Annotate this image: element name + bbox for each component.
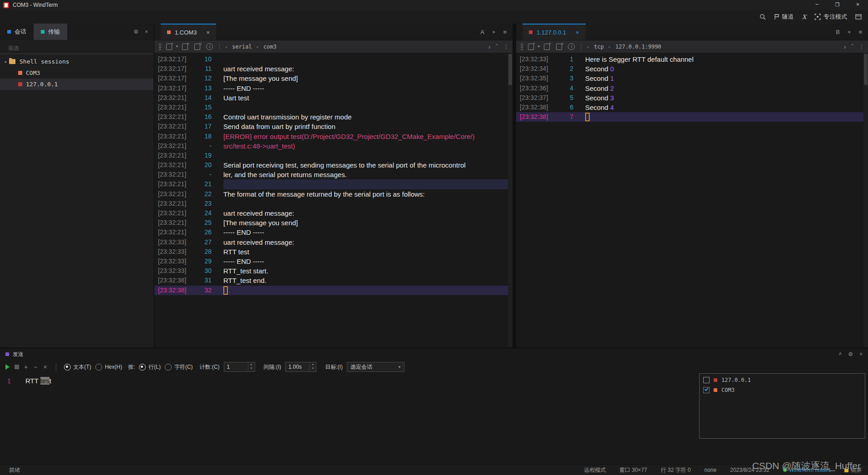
status-mode[interactable]: 远程模式 bbox=[584, 466, 606, 474]
status-window-size[interactable]: 窗口 30×77 bbox=[619, 466, 647, 474]
log-terminal-icon[interactable]: o bbox=[556, 44, 562, 50]
add-line-button[interactable]: + bbox=[23, 363, 29, 371]
terminal-line: [23:32:38] 7 bbox=[516, 112, 868, 122]
line-text: RTT_test start. bbox=[223, 266, 268, 276]
clear-button[interactable]: × bbox=[42, 363, 48, 371]
tab-menu-icon[interactable]: ≡ bbox=[858, 29, 862, 35]
timestamp: [23:32:21] bbox=[154, 189, 194, 199]
tree-item-127-0-0-1[interactable]: 127.0.0.1 bbox=[0, 79, 153, 90]
breadcrumb-protocol[interactable]: serial bbox=[232, 44, 252, 50]
interval-stepper[interactable]: 1.00s ▲▼ bbox=[285, 362, 316, 372]
more-icon[interactable]: ⋮ bbox=[503, 44, 509, 50]
right-scrollbar[interactable] bbox=[863, 53, 868, 347]
info-icon[interactable]: i bbox=[568, 43, 575, 50]
tree-item-com3[interactable]: COM3 bbox=[0, 67, 153, 79]
remove-line-button[interactable]: − bbox=[33, 363, 38, 371]
tree-folder-shell-sessions[interactable]: ▸ Shell sessions bbox=[0, 56, 153, 67]
new-terminal-icon[interactable]: + bbox=[528, 44, 534, 50]
editor-text[interactable]: RTT test bbox=[25, 377, 51, 385]
tab-menu-icon[interactable]: ≡ bbox=[503, 29, 507, 35]
focus-mode-menu[interactable]: 专注模式 bbox=[814, 13, 847, 21]
send-stop-button[interactable] bbox=[15, 365, 19, 369]
minimize-button[interactable]: − bbox=[807, 0, 827, 10]
close-terminal-icon[interactable]: × bbox=[182, 44, 188, 50]
run-icon[interactable]: › bbox=[488, 43, 491, 50]
terminal-output-com3[interactable]: [23:32:17] 10 [23:32:17] 11 uart receive… bbox=[154, 53, 513, 347]
line-number: 18 bbox=[194, 132, 212, 141]
tab-1-com3[interactable]: 1.COM3 × bbox=[161, 24, 216, 40]
session-label: 127.0.0.1 bbox=[721, 377, 751, 383]
filter-input[interactable]: 筛选 bbox=[0, 43, 153, 54]
line-number: 25 bbox=[194, 218, 212, 228]
breadcrumb-target[interactable]: com3 bbox=[263, 44, 276, 50]
timestamp: [23:32:38] bbox=[516, 103, 556, 112]
terminal-output-127-0-0-1[interactable]: [23:32:33] 1 Here is Segger RTT default … bbox=[516, 53, 868, 347]
spin-up-icon[interactable]: ▲ bbox=[248, 362, 255, 366]
tab-close-icon[interactable]: × bbox=[576, 29, 579, 36]
tab-transfer[interactable]: 传输 bbox=[34, 24, 67, 40]
new-terminal-icon[interactable]: + bbox=[166, 44, 172, 50]
tab-close-icon[interactable]: × bbox=[206, 29, 210, 36]
session-checkbox[interactable] bbox=[703, 377, 710, 383]
new-tab-icon[interactable]: + bbox=[492, 29, 496, 35]
status-encoding[interactable]: none bbox=[705, 467, 717, 473]
tab-1-127-0-0-1[interactable]: 1.127.0.0.1 × bbox=[523, 24, 586, 40]
left-scrollbar[interactable] bbox=[508, 53, 513, 347]
search-icon[interactable] bbox=[760, 14, 766, 20]
more-icon[interactable]: ⋮ bbox=[859, 44, 864, 50]
spin-down-icon[interactable]: ▼ bbox=[310, 366, 316, 371]
send-play-button[interactable] bbox=[5, 364, 10, 370]
terminal-pane-127-0-0-1: 1.127.0.0.1 × B + ≡ + ▼ × o i ▸ tcp ▸ 12… bbox=[516, 24, 868, 347]
radio-char[interactable]: 字符(C) bbox=[165, 363, 193, 371]
pane-splitter[interactable] bbox=[513, 24, 516, 347]
session-list-item[interactable]: 127.0.0.1 bbox=[700, 375, 865, 385]
drag-handle-icon[interactable] bbox=[159, 44, 161, 49]
run-icon[interactable]: › bbox=[844, 43, 846, 50]
settings-icon[interactable]: ⚙ bbox=[848, 351, 853, 357]
target-select[interactable]: 选定会话 ▼ bbox=[347, 362, 404, 372]
watermark: CSDN @随波逐流_Huffer bbox=[752, 460, 861, 472]
breadcrumb-protocol[interactable]: tcp bbox=[594, 44, 604, 50]
radio-selected-icon[interactable] bbox=[64, 364, 71, 371]
drag-handle-icon[interactable] bbox=[521, 44, 523, 49]
new-terminal-dropdown-icon[interactable]: ▼ bbox=[175, 45, 179, 49]
close-send-icon[interactable]: × bbox=[859, 351, 863, 357]
left-toolbar: + ▼ × o i ▸ serial ▸ com3 › ˇ ⋮ bbox=[154, 40, 513, 53]
collapse-icon[interactable]: ˄ bbox=[838, 351, 842, 357]
radio-line[interactable]: 行(L) bbox=[139, 363, 161, 371]
expand-caret-icon[interactable]: ▸ bbox=[3, 59, 9, 64]
new-tab-icon[interactable]: + bbox=[848, 29, 851, 35]
info-icon[interactable]: i bbox=[206, 43, 213, 50]
count-stepper[interactable]: 1 ▲▼ bbox=[224, 362, 255, 372]
breadcrumb-target[interactable]: 127.0.0.1:9990 bbox=[615, 44, 661, 50]
sidebar-settings-icon[interactable]: ⚙ bbox=[133, 29, 138, 35]
scrollbar-thumb[interactable] bbox=[508, 54, 512, 85]
expand-icon[interactable]: ˇ bbox=[851, 43, 853, 50]
x-menu[interactable]: X bbox=[802, 14, 806, 20]
tunnel-menu[interactable]: 隧道 bbox=[774, 13, 794, 21]
radio-icon[interactable] bbox=[95, 364, 102, 371]
tab-session[interactable]: 会话 bbox=[0, 24, 34, 40]
terminal-line: [23:32:21] 22 The format of the message … bbox=[154, 189, 513, 199]
spin-up-icon[interactable]: ▲ bbox=[310, 362, 316, 366]
arrow-icon: ▸ bbox=[256, 45, 259, 49]
layout-icon[interactable] bbox=[855, 14, 862, 20]
maximize-button[interactable]: ❐ bbox=[827, 0, 848, 10]
expand-icon[interactable]: ˇ bbox=[496, 43, 498, 50]
session-checkbox[interactable] bbox=[703, 387, 710, 393]
log-terminal-icon[interactable]: o bbox=[194, 44, 200, 50]
spin-down-icon[interactable]: ▼ bbox=[248, 366, 255, 371]
new-terminal-dropdown-icon[interactable]: ▼ bbox=[537, 45, 541, 49]
radio-icon[interactable] bbox=[165, 364, 172, 371]
radio-selected-icon[interactable] bbox=[139, 364, 146, 371]
radio-hex[interactable]: Hex(H) bbox=[95, 364, 122, 371]
close-terminal-icon[interactable]: × bbox=[544, 44, 550, 50]
sidebar-close-icon[interactable]: × bbox=[145, 29, 148, 35]
folder-icon bbox=[9, 59, 15, 64]
scrollbar-thumb[interactable] bbox=[864, 54, 868, 85]
close-button[interactable]: × bbox=[848, 0, 868, 10]
session-list-item[interactable]: COM3 bbox=[700, 385, 865, 395]
send-panel-title: 发送 bbox=[13, 351, 24, 358]
radio-text[interactable]: 文本(T) bbox=[64, 363, 91, 371]
status-line-char[interactable]: 行 32 字符 0 bbox=[661, 466, 690, 474]
